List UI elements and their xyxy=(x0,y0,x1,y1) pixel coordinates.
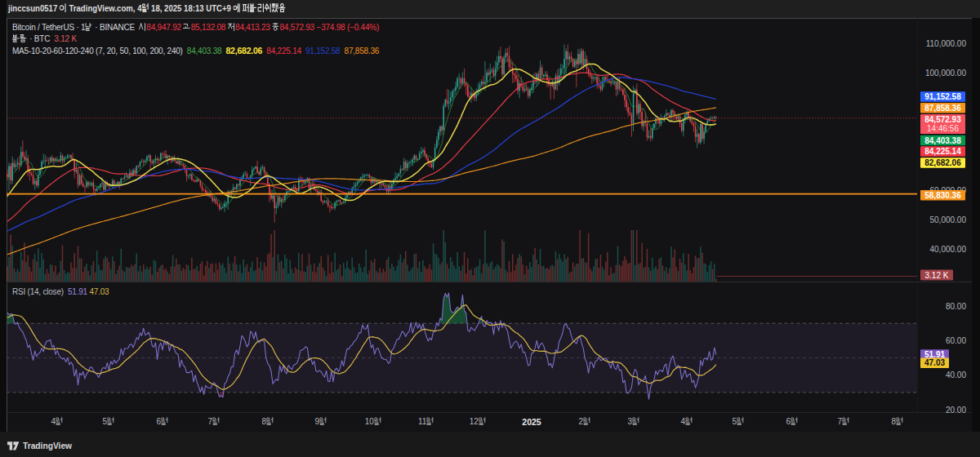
svg-text:80.00: 80.00 xyxy=(946,302,966,311)
svg-text:84,572.93: 84,572.93 xyxy=(924,115,961,124)
svg-text:40,000.00: 40,000.00 xyxy=(930,245,967,254)
svg-text:87,858.36: 87,858.36 xyxy=(924,104,961,113)
svg-text:100,000.00: 100,000.00 xyxy=(925,69,966,78)
svg-text:82,682.06: 82,682.06 xyxy=(924,158,961,167)
svg-text:14:46:56: 14:46:56 xyxy=(927,124,959,133)
svg-text:84,403.38: 84,403.38 xyxy=(924,136,961,145)
svg-text:47.03: 47.03 xyxy=(924,358,945,367)
svg-text:60.00: 60.00 xyxy=(946,336,966,345)
svg-text:3.12 K: 3.12 K xyxy=(925,271,949,280)
svg-text:84,225.14: 84,225.14 xyxy=(924,147,961,156)
svg-text:110,000.00: 110,000.00 xyxy=(926,39,967,48)
svg-text:58,830.36: 58,830.36 xyxy=(924,191,961,200)
svg-text:40.00: 40.00 xyxy=(946,370,966,379)
svg-text:91,152.58: 91,152.58 xyxy=(924,92,961,101)
svg-text:20.00: 20.00 xyxy=(946,406,966,415)
svg-text:50,000.00: 50,000.00 xyxy=(930,215,967,224)
